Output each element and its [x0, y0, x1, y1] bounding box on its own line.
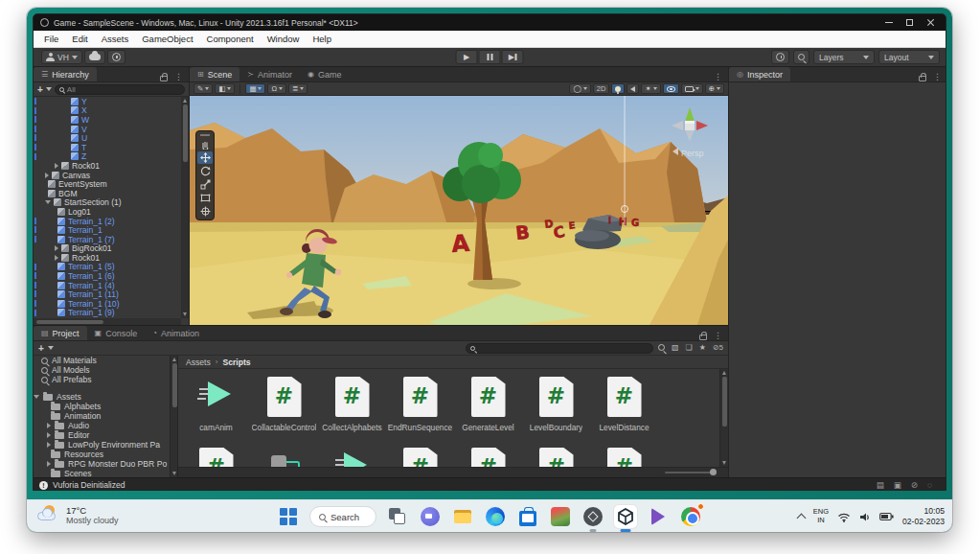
chrome-button[interactable]	[679, 505, 702, 528]
scale-tool[interactable]	[197, 178, 213, 191]
kebab-menu-icon[interactable]: ⋮	[714, 331, 722, 340]
collab-disabled-icon[interactable]: ⊘	[911, 480, 918, 490]
folder-item[interactable]: LowPoly Environment Pa	[34, 440, 170, 450]
status-bar[interactable]: ! Vuforia Deinitialized ▤ ▣ ⊘ ◌	[34, 477, 946, 491]
scene-visibility-toggle[interactable]	[663, 83, 679, 94]
project-tree-scrollbar[interactable]	[170, 356, 177, 477]
menu-item[interactable]: GameObject	[135, 31, 199, 48]
folder-item[interactable]: Audio	[34, 421, 170, 430]
tool-settings-dropdown[interactable]: ✎	[194, 83, 213, 94]
hierarchy-item[interactable]: Log01	[34, 207, 181, 217]
battery-icon[interactable]	[879, 512, 894, 521]
visual-studio-button[interactable]	[647, 505, 670, 528]
breadcrumb-current[interactable]: Scripts	[222, 358, 250, 367]
microsoft-store-button[interactable]	[516, 505, 539, 528]
camera-dropdown[interactable]	[681, 83, 703, 94]
expand-arrow-icon[interactable]	[45, 200, 51, 204]
start-button[interactable]	[277, 505, 300, 528]
tray-chevron-icon[interactable]	[796, 514, 806, 523]
favorite-search-item[interactable]: All Prefabs	[34, 375, 170, 384]
chevron-down-icon[interactable]	[46, 87, 52, 91]
expand-arrow-icon[interactable]	[47, 432, 51, 438]
menu-item[interactable]: Assets	[95, 31, 136, 48]
close-icon[interactable]	[926, 18, 935, 27]
tab-game[interactable]: ◉ Game	[300, 67, 350, 81]
volume-icon[interactable]	[859, 512, 871, 522]
lock-icon[interactable]	[699, 335, 707, 340]
scene-letter[interactable]: H	[619, 217, 627, 227]
expand-arrow-icon[interactable]	[55, 245, 58, 251]
shading-mode-dropdown[interactable]: ◯	[569, 83, 590, 94]
notifications-icon[interactable]: ▣	[894, 480, 901, 490]
cloud-button[interactable]	[84, 50, 105, 64]
effects-dropdown[interactable]: ✶	[641, 83, 660, 94]
folder-item[interactable]: Animation	[34, 411, 170, 421]
asset-item[interactable]	[318, 440, 386, 467]
kebab-menu-icon[interactable]: ⋮	[933, 72, 942, 81]
hierarchy-item[interactable]: Rock01	[34, 161, 181, 171]
play-button[interactable]: ▶	[456, 50, 478, 64]
pivot-dropdown[interactable]: ◧	[215, 83, 235, 94]
tab-scene[interactable]: ⊞ Scene	[190, 67, 239, 81]
content-scrollbar[interactable]	[719, 369, 728, 467]
weather-widget[interactable]: 17°C Mostly cloudy	[36, 504, 119, 525]
maximize-icon[interactable]	[906, 19, 913, 26]
rotate-tool[interactable]	[197, 165, 213, 177]
asset-item[interactable]	[386, 440, 454, 467]
asset-item[interactable]	[454, 440, 522, 467]
add-gameobject-button[interactable]: +	[37, 84, 43, 95]
hidden-packages-icon[interactable]: ⊘5	[713, 343, 723, 352]
asset-item[interactable]: LevelStarter	[182, 440, 250, 467]
snap-dropdown[interactable]: Ω	[267, 83, 286, 94]
asset-item[interactable]: GenerateLevel	[454, 369, 522, 440]
hierarchy-item[interactable]: Terrain_1 (5)	[34, 263, 181, 272]
hierarchy-item[interactable]: BGM	[34, 189, 181, 198]
menu-item[interactable]: Edit	[65, 31, 94, 48]
hierarchy-item[interactable]: BigRock01	[34, 244, 181, 254]
label-filter-icon[interactable]: ❏	[686, 343, 693, 352]
asset-item[interactable]: camAnim	[182, 369, 250, 440]
menu-item[interactable]: Help	[306, 31, 338, 48]
folder-item[interactable]: Scenes	[34, 469, 170, 477]
hierarchy-item[interactable]: Terrain_1	[34, 225, 181, 235]
favorite-search-item[interactable]: All Materials	[34, 356, 170, 365]
clock[interactable]: 10:0502-02-2023	[902, 506, 945, 526]
wifi-icon[interactable]	[837, 512, 851, 522]
game-app-button[interactable]	[549, 505, 572, 528]
language-indicator[interactable]: ENGIN	[813, 508, 829, 524]
tab-inspector[interactable]: ◎ Inspector	[729, 67, 790, 81]
lighting-toggle[interactable]	[611, 83, 625, 94]
2d-toggle[interactable]: 2D	[593, 83, 610, 94]
step-button[interactable]: ▶	[502, 50, 524, 64]
scene-letter[interactable]: E	[568, 219, 576, 231]
search-button[interactable]	[793, 50, 809, 64]
edge-button[interactable]	[484, 505, 507, 528]
hierarchy-item[interactable]: Canvas	[34, 171, 181, 180]
folder-item[interactable]: Alphabets	[34, 402, 170, 411]
unity-hub-button[interactable]	[581, 505, 604, 528]
package-filter-icon[interactable]: ▧	[672, 343, 679, 352]
favorite-search-item[interactable]: All Models	[34, 365, 170, 375]
folder-item[interactable]: RPG Monster Duo PBR Po	[34, 459, 170, 469]
hierarchy-item[interactable]: Terrain_1 (6)	[34, 271, 181, 281]
hierarchy-search-input[interactable]: All	[55, 84, 185, 95]
grid-toggle[interactable]: ▦	[245, 83, 265, 94]
hierarchy-item[interactable]: Terrain_1 (4)	[34, 281, 181, 290]
scene-viewport[interactable]: ABCDEIHG Persp	[190, 96, 728, 325]
lock-icon[interactable]	[160, 76, 168, 81]
lock-icon[interactable]	[919, 76, 926, 81]
scene-letter[interactable]: B	[514, 221, 531, 243]
teams-chat-button[interactable]	[419, 505, 442, 528]
expand-arrow-icon[interactable]	[55, 163, 58, 169]
menu-item[interactable]: File	[37, 31, 65, 48]
menu-item[interactable]: Component	[200, 31, 261, 48]
layers-dropdown[interactable]: Layers	[813, 50, 875, 64]
hierarchy-item[interactable]: W	[34, 115, 181, 125]
zoom-slider-knob[interactable]	[710, 469, 717, 475]
hierarchy-item[interactable]: Terrain_1 (9)	[34, 309, 181, 318]
expand-arrow-icon[interactable]	[55, 255, 58, 261]
scene-letter[interactable]: A	[450, 230, 470, 258]
hierarchy-item[interactable]: Terrain_1 (10)	[34, 299, 181, 309]
kebab-menu-icon[interactable]: ⋮	[174, 72, 183, 81]
pause-button[interactable]	[479, 50, 501, 64]
